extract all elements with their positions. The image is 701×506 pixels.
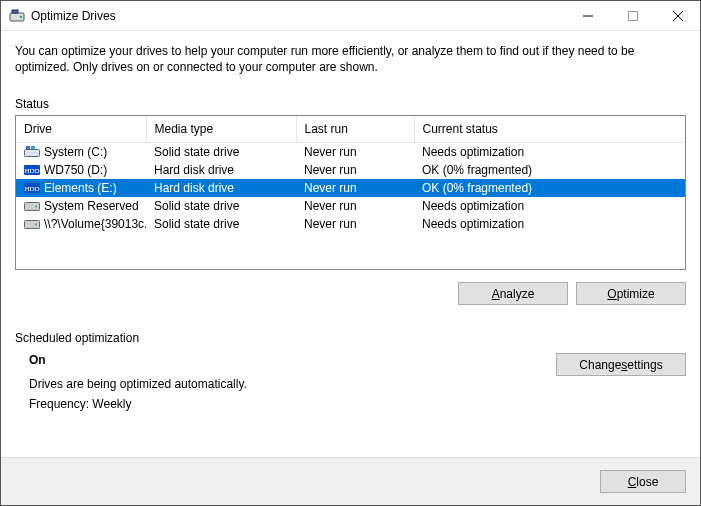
schedule-label: Scheduled optimization [15,331,686,345]
optimize-drives-window: Optimize Drives You can optimize your dr… [0,0,701,506]
svg-rect-9 [31,146,35,149]
drive-name: \\?\Volume{39013c... [44,217,146,231]
table-header-row: Drive Media type Last run Current status [16,116,685,143]
col-status[interactable]: Current status [414,116,685,143]
svg-rect-4 [628,11,637,20]
svg-rect-7 [25,150,40,157]
svg-rect-16 [25,221,40,229]
current-status: OK (0% fragmented) [414,161,685,179]
schedule-freq: Frequency: Weekly [29,397,556,411]
window-title: Optimize Drives [31,9,116,23]
optimize-button[interactable]: Optimize [576,282,686,305]
current-status: Needs optimization [414,197,685,215]
svg-point-1 [20,15,23,18]
svg-rect-14 [25,203,40,211]
drive-name: Elements (E:) [44,181,117,195]
close-dialog-button[interactable]: Close [600,470,686,493]
table-row[interactable]: System (C:)Solid state driveNever runNee… [16,143,685,162]
last-run: Never run [296,197,414,215]
media-type: Hard disk drive [146,179,296,197]
app-icon [9,8,25,24]
svg-text:HDD: HDD [24,167,39,175]
col-last[interactable]: Last run [296,116,414,143]
last-run: Never run [296,143,414,162]
svg-point-17 [35,224,37,226]
drives-table: Drive Media type Last run Current status… [15,115,686,270]
col-drive[interactable]: Drive [16,116,146,143]
drive-name: System Reserved [44,199,139,213]
analyze-button[interactable]: Analyze [458,282,568,305]
last-run: Never run [296,215,414,233]
minimize-button[interactable] [565,1,610,30]
close-button[interactable] [655,1,700,30]
table-row[interactable]: System ReservedSolid state driveNever ru… [16,197,685,215]
dialog-footer: Close [1,457,700,505]
drive-name: WD750 (D:) [44,163,107,177]
last-run: Never run [296,161,414,179]
table-row[interactable]: HDDWD750 (D:)Hard disk driveNever runOK … [16,161,685,179]
svg-rect-8 [26,146,30,149]
current-status: OK (0% fragmented) [414,179,685,197]
col-media[interactable]: Media type [146,116,296,143]
change-settings-button[interactable]: Change settings [556,353,686,376]
drive-icon [24,146,40,158]
media-type: Hard disk drive [146,161,296,179]
table-row[interactable]: HDDElements (E:)Hard disk driveNever run… [16,179,685,197]
status-label: Status [15,97,686,111]
schedule-desc: Drives are being optimized automatically… [29,377,556,391]
drive-icon: HDD [24,164,40,176]
current-status: Needs optimization [414,143,685,162]
svg-point-15 [35,206,37,208]
schedule-state: On [29,353,556,367]
last-run: Never run [296,179,414,197]
drive-name: System (C:) [44,145,107,159]
drive-icon [24,200,40,212]
intro-text: You can optimize your drives to help you… [15,43,686,75]
drive-icon [24,218,40,230]
media-type: Solid state drive [146,197,296,215]
current-status: Needs optimization [414,215,685,233]
titlebar: Optimize Drives [1,1,700,31]
svg-rect-2 [12,10,18,13]
maximize-button[interactable] [610,1,655,30]
media-type: Solid state drive [146,215,296,233]
drive-icon: HDD [24,182,40,194]
media-type: Solid state drive [146,143,296,162]
table-row[interactable]: \\?\Volume{39013c...Solid state driveNev… [16,215,685,233]
svg-text:HDD: HDD [24,185,39,193]
